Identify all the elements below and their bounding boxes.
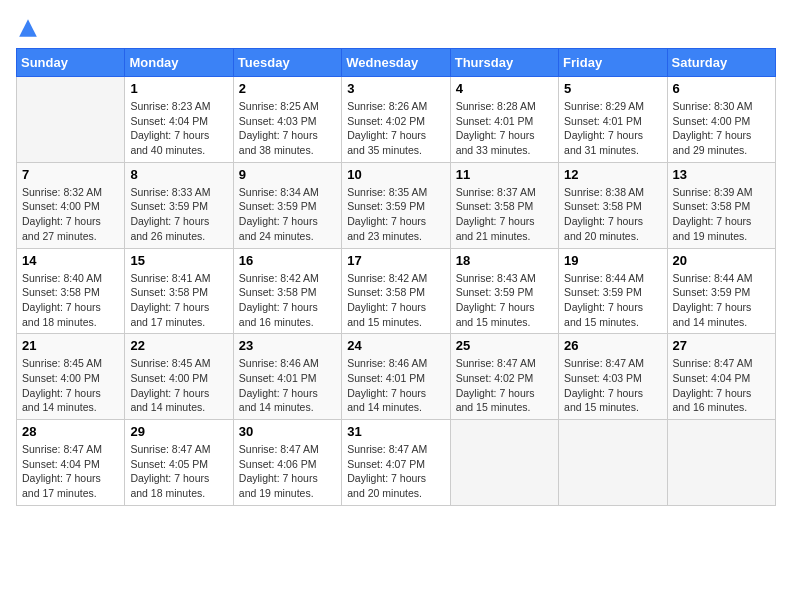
calendar-cell: 26Sunrise: 8:47 AMSunset: 4:03 PMDayligh… (559, 334, 667, 420)
calendar-cell: 4Sunrise: 8:28 AMSunset: 4:01 PMDaylight… (450, 77, 558, 163)
calendar-cell: 6Sunrise: 8:30 AMSunset: 4:00 PMDaylight… (667, 77, 775, 163)
day-number: 14 (22, 253, 119, 268)
day-info: Sunrise: 8:46 AMSunset: 4:01 PMDaylight:… (239, 356, 336, 415)
day-number: 13 (673, 167, 770, 182)
calendar-cell: 21Sunrise: 8:45 AMSunset: 4:00 PMDayligh… (17, 334, 125, 420)
day-info: Sunrise: 8:37 AMSunset: 3:58 PMDaylight:… (456, 185, 553, 244)
calendar-cell: 3Sunrise: 8:26 AMSunset: 4:02 PMDaylight… (342, 77, 450, 163)
day-info: Sunrise: 8:26 AMSunset: 4:02 PMDaylight:… (347, 99, 444, 158)
calendar-cell: 9Sunrise: 8:34 AMSunset: 3:59 PMDaylight… (233, 162, 341, 248)
calendar-cell: 10Sunrise: 8:35 AMSunset: 3:59 PMDayligh… (342, 162, 450, 248)
calendar-cell: 8Sunrise: 8:33 AMSunset: 3:59 PMDaylight… (125, 162, 233, 248)
calendar-cell: 18Sunrise: 8:43 AMSunset: 3:59 PMDayligh… (450, 248, 558, 334)
calendar-cell: 22Sunrise: 8:45 AMSunset: 4:00 PMDayligh… (125, 334, 233, 420)
day-info: Sunrise: 8:23 AMSunset: 4:04 PMDaylight:… (130, 99, 227, 158)
day-number: 10 (347, 167, 444, 182)
weekday-header: Saturday (667, 49, 775, 77)
day-number: 29 (130, 424, 227, 439)
day-info: Sunrise: 8:47 AMSunset: 4:03 PMDaylight:… (564, 356, 661, 415)
logo (16, 16, 44, 40)
day-info: Sunrise: 8:39 AMSunset: 3:58 PMDaylight:… (673, 185, 770, 244)
day-number: 16 (239, 253, 336, 268)
day-number: 28 (22, 424, 119, 439)
day-number: 21 (22, 338, 119, 353)
day-info: Sunrise: 8:47 AMSunset: 4:06 PMDaylight:… (239, 442, 336, 501)
day-number: 9 (239, 167, 336, 182)
day-number: 12 (564, 167, 661, 182)
day-info: Sunrise: 8:46 AMSunset: 4:01 PMDaylight:… (347, 356, 444, 415)
calendar-cell (450, 420, 558, 506)
day-number: 17 (347, 253, 444, 268)
day-info: Sunrise: 8:41 AMSunset: 3:58 PMDaylight:… (130, 271, 227, 330)
day-number: 3 (347, 81, 444, 96)
calendar-cell: 13Sunrise: 8:39 AMSunset: 3:58 PMDayligh… (667, 162, 775, 248)
day-number: 26 (564, 338, 661, 353)
calendar-cell: 23Sunrise: 8:46 AMSunset: 4:01 PMDayligh… (233, 334, 341, 420)
day-info: Sunrise: 8:25 AMSunset: 4:03 PMDaylight:… (239, 99, 336, 158)
day-info: Sunrise: 8:29 AMSunset: 4:01 PMDaylight:… (564, 99, 661, 158)
day-number: 15 (130, 253, 227, 268)
day-number: 23 (239, 338, 336, 353)
calendar-cell: 1Sunrise: 8:23 AMSunset: 4:04 PMDaylight… (125, 77, 233, 163)
calendar-week-row: 14Sunrise: 8:40 AMSunset: 3:58 PMDayligh… (17, 248, 776, 334)
day-info: Sunrise: 8:47 AMSunset: 4:05 PMDaylight:… (130, 442, 227, 501)
weekday-header: Wednesday (342, 49, 450, 77)
calendar-cell: 28Sunrise: 8:47 AMSunset: 4:04 PMDayligh… (17, 420, 125, 506)
day-info: Sunrise: 8:28 AMSunset: 4:01 PMDaylight:… (456, 99, 553, 158)
day-number: 4 (456, 81, 553, 96)
calendar-table: SundayMondayTuesdayWednesdayThursdayFrid… (16, 48, 776, 506)
day-info: Sunrise: 8:47 AMSunset: 4:04 PMDaylight:… (22, 442, 119, 501)
day-number: 22 (130, 338, 227, 353)
calendar-week-row: 28Sunrise: 8:47 AMSunset: 4:04 PMDayligh… (17, 420, 776, 506)
calendar-week-row: 1Sunrise: 8:23 AMSunset: 4:04 PMDaylight… (17, 77, 776, 163)
calendar-cell: 15Sunrise: 8:41 AMSunset: 3:58 PMDayligh… (125, 248, 233, 334)
calendar-cell: 17Sunrise: 8:42 AMSunset: 3:58 PMDayligh… (342, 248, 450, 334)
day-number: 2 (239, 81, 336, 96)
calendar-cell: 2Sunrise: 8:25 AMSunset: 4:03 PMDaylight… (233, 77, 341, 163)
day-info: Sunrise: 8:35 AMSunset: 3:59 PMDaylight:… (347, 185, 444, 244)
weekday-header: Friday (559, 49, 667, 77)
day-number: 6 (673, 81, 770, 96)
day-info: Sunrise: 8:47 AMSunset: 4:02 PMDaylight:… (456, 356, 553, 415)
day-number: 24 (347, 338, 444, 353)
page-header (16, 16, 776, 40)
calendar-cell: 25Sunrise: 8:47 AMSunset: 4:02 PMDayligh… (450, 334, 558, 420)
day-info: Sunrise: 8:47 AMSunset: 4:07 PMDaylight:… (347, 442, 444, 501)
day-info: Sunrise: 8:38 AMSunset: 3:58 PMDaylight:… (564, 185, 661, 244)
calendar-cell: 19Sunrise: 8:44 AMSunset: 3:59 PMDayligh… (559, 248, 667, 334)
calendar-cell: 24Sunrise: 8:46 AMSunset: 4:01 PMDayligh… (342, 334, 450, 420)
calendar-cell (17, 77, 125, 163)
day-number: 11 (456, 167, 553, 182)
calendar-cell: 14Sunrise: 8:40 AMSunset: 3:58 PMDayligh… (17, 248, 125, 334)
calendar-cell: 11Sunrise: 8:37 AMSunset: 3:58 PMDayligh… (450, 162, 558, 248)
svg-marker-0 (19, 19, 37, 37)
calendar-cell: 5Sunrise: 8:29 AMSunset: 4:01 PMDaylight… (559, 77, 667, 163)
day-info: Sunrise: 8:44 AMSunset: 3:59 PMDaylight:… (564, 271, 661, 330)
day-info: Sunrise: 8:43 AMSunset: 3:59 PMDaylight:… (456, 271, 553, 330)
day-number: 30 (239, 424, 336, 439)
calendar-cell (559, 420, 667, 506)
day-info: Sunrise: 8:32 AMSunset: 4:00 PMDaylight:… (22, 185, 119, 244)
day-number: 18 (456, 253, 553, 268)
logo-icon (16, 16, 40, 40)
day-number: 5 (564, 81, 661, 96)
day-info: Sunrise: 8:45 AMSunset: 4:00 PMDaylight:… (130, 356, 227, 415)
day-number: 25 (456, 338, 553, 353)
calendar-week-row: 21Sunrise: 8:45 AMSunset: 4:00 PMDayligh… (17, 334, 776, 420)
day-number: 7 (22, 167, 119, 182)
weekday-header: Sunday (17, 49, 125, 77)
day-number: 27 (673, 338, 770, 353)
day-info: Sunrise: 8:30 AMSunset: 4:00 PMDaylight:… (673, 99, 770, 158)
day-number: 1 (130, 81, 227, 96)
weekday-header: Tuesday (233, 49, 341, 77)
calendar-cell: 27Sunrise: 8:47 AMSunset: 4:04 PMDayligh… (667, 334, 775, 420)
calendar-cell: 30Sunrise: 8:47 AMSunset: 4:06 PMDayligh… (233, 420, 341, 506)
day-number: 8 (130, 167, 227, 182)
day-info: Sunrise: 8:45 AMSunset: 4:00 PMDaylight:… (22, 356, 119, 415)
day-info: Sunrise: 8:47 AMSunset: 4:04 PMDaylight:… (673, 356, 770, 415)
calendar-header-row: SundayMondayTuesdayWednesdayThursdayFrid… (17, 49, 776, 77)
day-info: Sunrise: 8:42 AMSunset: 3:58 PMDaylight:… (347, 271, 444, 330)
day-info: Sunrise: 8:40 AMSunset: 3:58 PMDaylight:… (22, 271, 119, 330)
day-number: 19 (564, 253, 661, 268)
day-info: Sunrise: 8:33 AMSunset: 3:59 PMDaylight:… (130, 185, 227, 244)
